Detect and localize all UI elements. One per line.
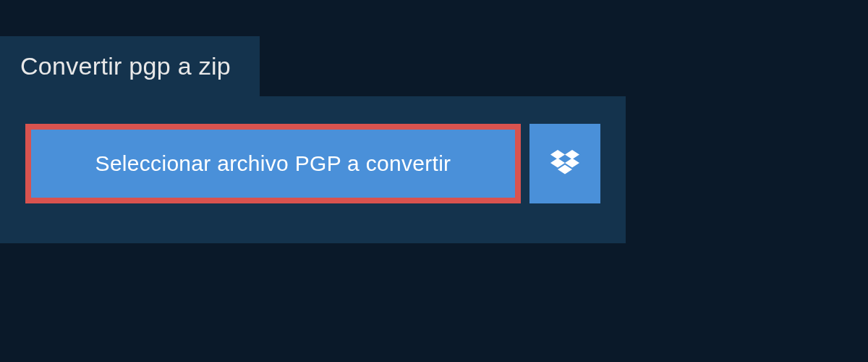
button-row: Seleccionar archivo PGP a convertir xyxy=(25,124,600,203)
dropbox-icon xyxy=(550,150,579,177)
select-file-button[interactable]: Seleccionar archivo PGP a convertir xyxy=(25,124,521,203)
dropbox-button[interactable] xyxy=(529,124,600,203)
tab-convert[interactable]: Convertir pgp a zip xyxy=(0,36,260,96)
tab-title: Convertir pgp a zip xyxy=(20,52,231,80)
upload-panel: Seleccionar archivo PGP a convertir xyxy=(0,96,626,243)
select-file-label: Seleccionar archivo PGP a convertir xyxy=(95,151,451,175)
